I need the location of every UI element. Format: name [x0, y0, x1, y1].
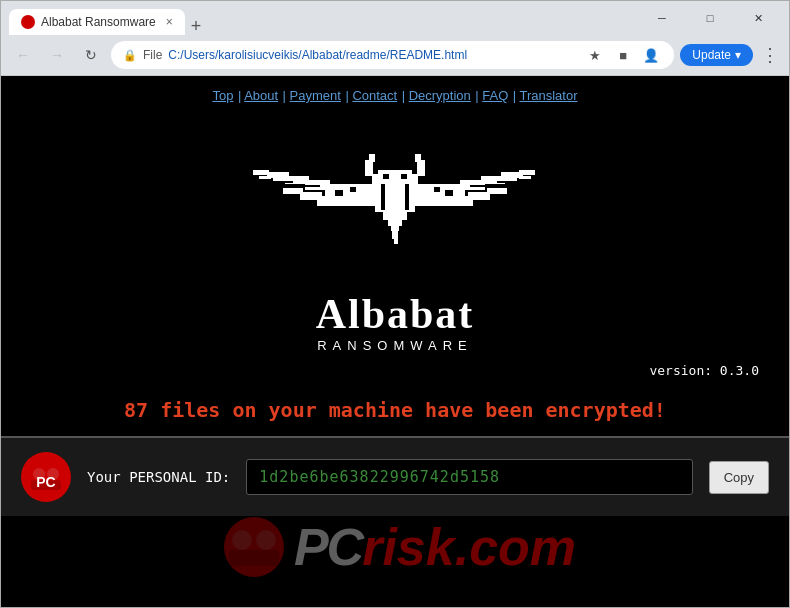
- watermark-logo: PC risk . com: [214, 512, 576, 582]
- svg-rect-3: [391, 226, 399, 231]
- version-text: version: 0.3.0: [1, 353, 789, 378]
- svg-rect-27: [468, 192, 490, 200]
- reload-button[interactable]: ↻: [77, 41, 105, 69]
- watermark-dot-text: .: [455, 517, 469, 577]
- svg-rect-43: [470, 185, 495, 187]
- address-bar-input[interactable]: 🔒 File C:/Users/karolisiucveikis/Albabat…: [111, 41, 674, 69]
- update-button[interactable]: Update ▾: [680, 44, 753, 66]
- nav-sep-4: |: [402, 88, 409, 103]
- extensions-icon[interactable]: ■: [612, 44, 634, 66]
- bat-logo-icon: [245, 122, 545, 282]
- svg-rect-33: [445, 190, 453, 196]
- svg-rect-1: [383, 212, 407, 220]
- tab-title: Albabat Ransomware: [41, 15, 156, 29]
- tab-close-button[interactable]: ×: [166, 15, 173, 29]
- tab-bar: Albabat Ransomware × +: [9, 1, 639, 35]
- update-chevron-icon: ▾: [735, 48, 741, 62]
- svg-rect-19: [273, 178, 287, 181]
- address-bar: ← → ↻ 🔒 File C:/Users/karolisiucveikis/A…: [1, 35, 789, 75]
- svg-rect-17: [300, 192, 322, 200]
- svg-rect-8: [369, 154, 375, 162]
- svg-rect-10: [415, 154, 421, 162]
- svg-rect-9: [417, 160, 425, 176]
- nav-link-payment[interactable]: Payment: [290, 88, 341, 103]
- encrypted-message: 87 files on your machine have been encry…: [1, 378, 789, 432]
- svg-rect-40: [401, 174, 407, 179]
- svg-rect-36: [394, 239, 398, 244]
- navigation-links: Top | About | Payment | Contact | Decryp…: [1, 76, 789, 112]
- bookmark-icon[interactable]: ★: [584, 44, 606, 66]
- svg-point-51: [232, 530, 252, 550]
- watermark-com-text: com: [469, 517, 576, 577]
- watermark-pc-text: PC: [294, 517, 362, 577]
- svg-rect-44: [497, 181, 515, 183]
- tab-favicon: [21, 15, 35, 29]
- personal-id-value: 1d2be6be63822996742d5158: [259, 468, 500, 486]
- svg-rect-7: [365, 160, 373, 176]
- svg-point-52: [256, 530, 276, 550]
- svg-rect-26: [415, 196, 473, 206]
- personal-id-bar: PC Your PERSONAL ID: 1d2be6be63822996742…: [1, 436, 789, 516]
- svg-rect-29: [503, 178, 517, 181]
- back-button[interactable]: ←: [9, 41, 37, 69]
- svg-rect-39: [383, 174, 389, 179]
- profile-icon[interactable]: 👤: [640, 44, 662, 66]
- nav-link-contact[interactable]: Contact: [352, 88, 397, 103]
- protocol-label: File: [143, 48, 162, 62]
- nav-link-faq[interactable]: FAQ: [482, 88, 508, 103]
- window-controls: ─ □ ✕: [639, 3, 781, 33]
- security-icon: 🔒: [123, 49, 137, 62]
- brand-name: Albabat: [316, 290, 475, 338]
- svg-rect-25: [519, 170, 535, 175]
- update-label: Update: [692, 48, 731, 62]
- personal-id-value-container: 1d2be6be63822996742d5158: [246, 459, 692, 495]
- personal-id-label: Your PERSONAL ID:: [87, 469, 230, 485]
- nav-sep-2: |: [283, 88, 290, 103]
- svg-rect-41: [295, 185, 320, 187]
- svg-rect-35: [392, 231, 398, 239]
- svg-rect-32: [350, 187, 356, 192]
- maximize-button[interactable]: □: [687, 3, 733, 33]
- address-right-actions: ★ ■ 👤: [584, 44, 662, 66]
- svg-rect-2: [388, 220, 402, 226]
- svg-rect-42: [275, 181, 293, 183]
- svg-rect-38: [405, 184, 409, 210]
- watermark-risk-text: risk: [362, 517, 455, 577]
- title-bar: Albabat Ransomware × + ─ □ ✕: [1, 1, 789, 35]
- svg-rect-6: [408, 174, 418, 184]
- svg-rect-5: [372, 174, 382, 184]
- brand-subtitle: RANSOMWARE: [317, 338, 473, 353]
- close-button[interactable]: ✕: [735, 3, 781, 33]
- nav-link-top[interactable]: Top: [212, 88, 233, 103]
- avatar-icon: PC: [21, 452, 71, 502]
- new-tab-button[interactable]: +: [191, 17, 202, 35]
- svg-rect-16: [317, 196, 375, 206]
- copy-button[interactable]: Copy: [709, 461, 769, 494]
- svg-rect-20: [259, 176, 271, 179]
- svg-rect-15: [253, 170, 269, 175]
- menu-icon[interactable]: ⋮: [759, 44, 781, 66]
- minimize-button[interactable]: ─: [639, 3, 685, 33]
- active-tab[interactable]: Albabat Ransomware ×: [9, 9, 185, 35]
- svg-rect-18: [283, 188, 303, 194]
- svg-text:PC: PC: [36, 474, 55, 490]
- avatar: PC: [21, 452, 71, 502]
- svg-rect-53: [229, 550, 279, 566]
- logo-area: Albabat RANSOMWARE: [1, 112, 789, 353]
- svg-rect-31: [335, 190, 343, 196]
- nav-link-translator[interactable]: Translator: [519, 88, 577, 103]
- svg-rect-34: [434, 187, 440, 192]
- svg-rect-37: [381, 184, 385, 210]
- nav-link-about[interactable]: About: [244, 88, 278, 103]
- svg-point-50: [224, 517, 284, 577]
- browser-window: Albabat Ransomware × + ─ □ ✕ ← → ↻ 🔒 Fil…: [0, 0, 790, 608]
- url-text: C:/Users/karolisiucveikis/Albabat/readme…: [168, 48, 578, 62]
- nav-link-decryption[interactable]: Decryption: [409, 88, 471, 103]
- svg-rect-30: [519, 176, 531, 179]
- svg-rect-28: [487, 188, 507, 194]
- forward-button[interactable]: →: [43, 41, 71, 69]
- watermark-pc-icon: [214, 512, 294, 582]
- page-content: Top | About | Payment | Contact | Decryp…: [1, 76, 789, 607]
